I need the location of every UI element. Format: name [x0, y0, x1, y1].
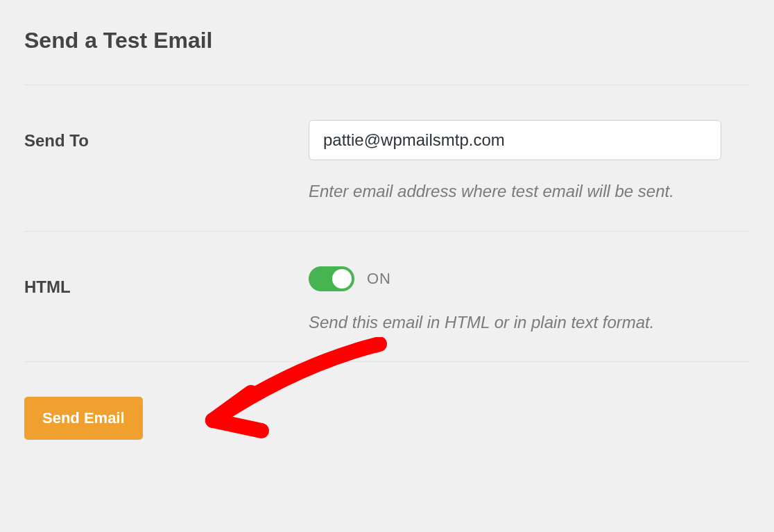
- send-to-row: Send To Enter email address where test e…: [24, 85, 750, 231]
- button-row: Send Email: [24, 362, 750, 440]
- send-to-label: Send To: [24, 120, 309, 151]
- html-toggle-state: ON: [367, 270, 391, 288]
- section-title: Send a Test Email: [24, 28, 750, 53]
- html-row: HTML ON Send this email in HTML or in pl…: [24, 232, 750, 362]
- html-control: ON Send this email in HTML or in plain t…: [309, 266, 750, 334]
- html-label: HTML: [24, 266, 309, 297]
- send-to-help: Enter email address where test email wil…: [309, 180, 750, 203]
- send-to-control: Enter email address where test email wil…: [309, 120, 750, 203]
- toggle-knob: [332, 269, 352, 289]
- send-email-button[interactable]: Send Email: [24, 397, 143, 440]
- send-to-input[interactable]: [309, 120, 721, 160]
- html-toggle-row: ON: [309, 266, 750, 291]
- html-toggle[interactable]: [309, 266, 354, 291]
- html-help: Send this email in HTML or in plain text…: [309, 311, 750, 334]
